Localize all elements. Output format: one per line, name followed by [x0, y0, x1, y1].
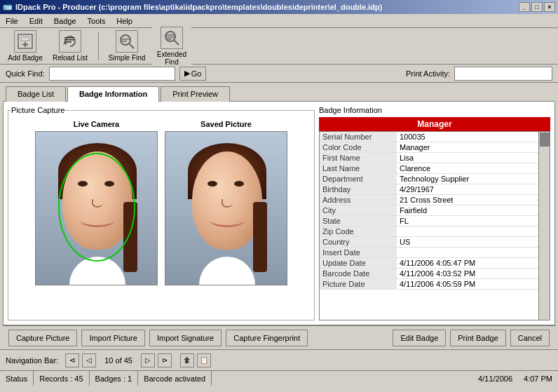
badge-table-row: Address21 Cross Street — [320, 195, 550, 205]
badge-field-label: First Name — [320, 153, 397, 163]
badge-field-label: Zip Code — [320, 227, 397, 237]
badge-field-value: Fairfield — [397, 205, 550, 216]
badge-field-label: State — [320, 216, 397, 227]
saved-picture-frame — [165, 131, 287, 285]
nav-last-button[interactable]: ⊳ — [158, 353, 172, 367]
title-bar-controls[interactable]: _ □ × — [519, 2, 555, 12]
quick-find-input[interactable] — [49, 67, 175, 81]
svg-rect-14 — [166, 34, 175, 36]
cancel-button[interactable]: Cancel — [510, 330, 550, 346]
barcode-text: Barcode activated — [144, 374, 205, 383]
minimize-button[interactable]: _ — [519, 2, 530, 12]
capture-fingerprint-button[interactable]: Capture Fingerprint — [226, 330, 308, 346]
nav-next-button[interactable]: ▷ — [141, 353, 155, 367]
saved-nose — [222, 199, 233, 208]
badge-field-value: Technology Supplier — [397, 174, 550, 184]
records-text: Records : 45 — [39, 374, 83, 383]
title-bar: 🪪 IDpack Pro - Producer (c:\program file… — [0, 0, 558, 14]
navigation-label: Navigation Bar: — [6, 356, 58, 365]
close-button[interactable]: × — [544, 2, 555, 12]
badge-field-label: Department — [320, 174, 397, 184]
badge-field-label: Birthday — [320, 184, 397, 195]
badge-field-value: 4/29/1967 — [397, 184, 550, 195]
print-badge-button[interactable]: Print Badge — [450, 330, 505, 346]
svg-rect-11 — [121, 41, 127, 42]
reload-list-button[interactable]: Reload List — [50, 30, 90, 62]
svg-line-9 — [129, 43, 134, 48]
scrollbar-thumb[interactable] — [540, 133, 550, 147]
svg-rect-6 — [64, 39, 74, 41]
status-section-status: Status — [0, 371, 34, 386]
picture-area: Live Camera — [11, 117, 311, 288]
badge-table-row: Picture Date4/11/2006 4:05:59 PM — [320, 279, 550, 290]
badge-field-label: Country — [320, 237, 397, 248]
badge-data-table: Serial Number100035Color CodeManagerFirs… — [320, 132, 550, 290]
status-section-datetime: 4/11/2006 4:07 PM — [472, 371, 558, 386]
action-buttons-bar: Capture Picture Import Picture Import Si… — [3, 325, 555, 349]
menu-tools[interactable]: Tools — [85, 15, 109, 27]
live-camera-frame — [35, 131, 158, 285]
navigation-bar: Navigation Bar: ⊲ ◁ 10 of 45 ▷ ⊳ 🗑 📋 — [0, 349, 558, 370]
menu-badge[interactable]: Badge — [51, 15, 79, 27]
badge-field-label: Address — [320, 195, 397, 205]
import-picture-button[interactable]: Import Picture — [81, 330, 144, 346]
reload-list-icon — [59, 30, 81, 53]
go-arrow-icon: ▶ — [184, 69, 190, 78]
extended-find-label: Extended Find — [152, 50, 191, 66]
nav-delete-button[interactable]: 🗑 — [180, 353, 194, 367]
live-camera-label: Live Camera — [74, 120, 119, 128]
badge-table-row: CountryUS — [320, 237, 550, 248]
tab-badge-list[interactable]: Badge List — [6, 86, 66, 102]
saved-hair-pony — [253, 202, 267, 272]
badge-field-value — [397, 227, 550, 237]
svg-point-8 — [121, 35, 130, 45]
add-badge-button[interactable]: Add Badge — [6, 30, 45, 62]
status-text: Status — [6, 374, 27, 383]
badge-table-row: Last NameClarence — [320, 163, 550, 174]
simple-find-button[interactable]: Simple Find — [107, 30, 147, 62]
import-signature-button[interactable]: Import Signature — [149, 330, 222, 346]
badge-field-label: Update Date — [320, 258, 397, 269]
menu-edit[interactable]: Edit — [27, 15, 46, 27]
tab-badge-information[interactable]: Badge Information — [67, 86, 159, 102]
badge-table-row: Birthday4/29/1967 — [320, 184, 550, 195]
reload-list-label: Reload List — [53, 54, 88, 62]
go-button[interactable]: ▶ Go — [179, 67, 207, 81]
live-camera-column: Live Camera — [35, 120, 158, 285]
menu-help[interactable]: Help — [114, 15, 135, 27]
tab-print-preview[interactable]: Print Preview — [161, 86, 230, 102]
svg-rect-10 — [121, 39, 130, 40]
saved-picture-column: Saved Picture — [165, 120, 287, 285]
badge-table-scrollbar[interactable] — [538, 132, 550, 320]
status-section-barcode: Barcode activated — [138, 371, 212, 386]
badge-table-row: Color CodeManager — [320, 142, 550, 153]
edit-badge-button[interactable]: Edit Badge — [393, 330, 446, 346]
badge-table-row: Barcode Date4/11/2006 4:03:52 PM — [320, 269, 550, 279]
badge-table-row: CityFairfield — [320, 205, 550, 216]
badge-table-row: First NameLisa — [320, 153, 550, 163]
maximize-button[interactable]: □ — [531, 2, 543, 12]
badge-info-table: Serial Number100035Color CodeManagerFirs… — [319, 131, 550, 320]
status-section-badges: Badges : 1 — [90, 371, 139, 386]
capture-picture-button[interactable]: Capture Picture — [8, 330, 77, 346]
quick-find-label: Quick Find: — [6, 69, 45, 78]
badge-field-value: 4/11/2006 4:05:59 PM — [397, 279, 550, 290]
nav-first-button[interactable]: ⊲ — [65, 353, 79, 367]
badge-field-label: City — [320, 205, 397, 216]
status-section-records: Records : 45 — [34, 371, 89, 386]
saved-eye-left — [207, 181, 217, 187]
menu-file[interactable]: File — [3, 15, 21, 27]
svg-rect-15 — [166, 36, 175, 38]
print-activity-input[interactable] — [454, 67, 552, 81]
badge-field-label: Picture Date — [320, 279, 397, 290]
nav-prev-button[interactable]: ◁ — [82, 353, 96, 367]
go-label: Go — [191, 69, 202, 78]
app-icon: 🪪 — [3, 3, 13, 12]
saved-eye-right — [234, 181, 244, 187]
extended-find-button[interactable]: Extended Find — [152, 27, 191, 66]
add-badge-icon — [14, 30, 36, 53]
badge-table-row: StateFL — [320, 216, 550, 227]
badge-table-row: Serial Number100035 — [320, 132, 550, 142]
nav-copy-button[interactable]: 📋 — [197, 353, 211, 367]
simple-find-icon — [116, 30, 138, 53]
